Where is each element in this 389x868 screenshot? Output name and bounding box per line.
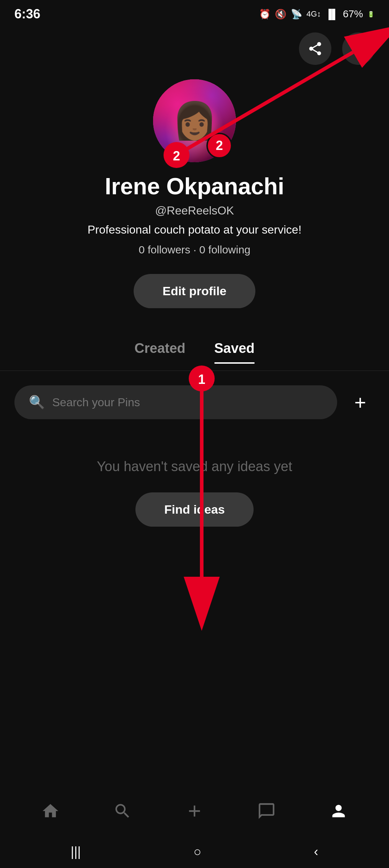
profile-bio: Professional couch potato at your servic…: [88, 223, 301, 236]
battery-icon: 🔋: [367, 11, 375, 18]
nav-profile[interactable]: [318, 798, 359, 828]
search-container: 🔍 +: [0, 371, 389, 430]
tab-created[interactable]: Created: [134, 341, 185, 363]
nav-search[interactable]: [102, 798, 143, 828]
tabs-container: Created Saved: [0, 323, 389, 371]
search-nav-icon: [113, 802, 132, 825]
battery-indicator: 67%: [343, 8, 363, 20]
profile-name: Irene Okpanachi: [105, 173, 284, 200]
top-actions: [0, 25, 389, 72]
search-icon: 🔍: [29, 395, 45, 410]
status-icons: ⏰ 🔇 📡 4G↕ ▐▌ 67% 🔋: [259, 8, 375, 20]
nav-create[interactable]: [174, 798, 215, 828]
profile-nav-icon: [329, 802, 348, 825]
android-nav: ||| ○ ‹: [0, 839, 389, 868]
create-icon: [185, 802, 204, 825]
edit-profile-button[interactable]: Edit profile: [134, 274, 255, 308]
find-ideas-button[interactable]: Find ideas: [135, 492, 254, 527]
status-bar: 6:36 ⏰ 🔇 📡 4G↕ ▐▌ 67% 🔋: [0, 0, 389, 25]
signal-icon: 4G↕: [307, 9, 321, 19]
share-button[interactable]: [299, 32, 331, 65]
wifi-icon: ▐▌: [325, 9, 339, 20]
profile-section: 2 Irene Okpanachi @ReeReelsOK Profession…: [0, 72, 389, 323]
search-bar[interactable]: 🔍: [14, 385, 337, 419]
settings-button[interactable]: [342, 32, 375, 65]
android-recents-button[interactable]: |||: [71, 844, 81, 859]
empty-state-message: You haven't saved any ideas yet: [97, 459, 292, 474]
settings-icon: [350, 41, 366, 57]
alarm-icon: ⏰: [259, 9, 270, 20]
status-time: 6:36: [14, 6, 40, 22]
profile-stats: 0 followers · 0 following: [139, 244, 250, 256]
bottom-nav: [0, 787, 389, 839]
android-back-button[interactable]: ‹: [314, 844, 318, 859]
android-home-button[interactable]: ○: [193, 844, 201, 859]
share-icon: [307, 41, 323, 57]
nav-messages[interactable]: [246, 798, 287, 828]
home-icon: [41, 802, 60, 825]
notification-badge: 2: [206, 133, 232, 159]
avatar-container: 2: [153, 79, 236, 162]
empty-state: You haven't saved any ideas yet Find ide…: [0, 430, 389, 555]
tab-saved[interactable]: Saved: [214, 341, 255, 363]
hotspot-icon: 📡: [291, 9, 302, 20]
search-input[interactable]: [52, 396, 323, 409]
nav-home[interactable]: [30, 798, 71, 828]
profile-handle: @ReeReelsOK: [155, 204, 234, 217]
mute-icon: 🔇: [275, 9, 286, 20]
add-pin-button[interactable]: +: [346, 388, 375, 417]
messages-icon: [257, 802, 276, 825]
